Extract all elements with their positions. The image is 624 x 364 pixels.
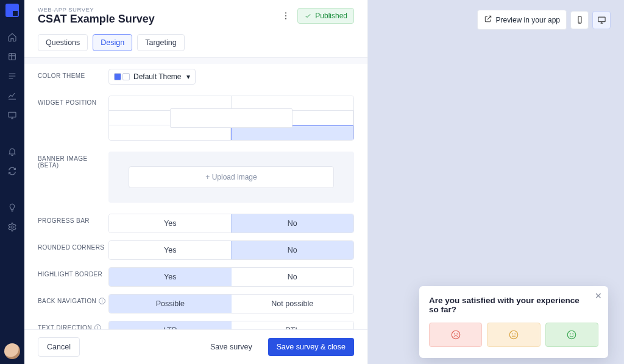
info-icon[interactable]: i: [99, 298, 105, 304]
svg-point-9: [454, 334, 455, 334]
editor-panel: WEB-APP SURVEY CSAT Example Survey Publi…: [24, 0, 368, 364]
rounded-corners-no[interactable]: No: [231, 240, 355, 260]
home-icon[interactable]: [7, 32, 18, 43]
svg-point-13: [515, 334, 516, 334]
highlight-border-label: HIGHLIGHT BORDER: [38, 267, 108, 278]
rounded-corners-label: ROUNDED CORNERS: [38, 240, 108, 251]
save-button[interactable]: Save survey: [202, 338, 261, 356]
highlight-border-toggle: Yes No: [108, 267, 354, 287]
check-icon: [304, 12, 311, 19]
svg-point-3: [285, 12, 286, 13]
settings-icon[interactable]: [7, 222, 18, 233]
external-link-icon: [484, 15, 492, 25]
svg-point-4: [285, 15, 286, 16]
present-icon[interactable]: [7, 110, 18, 121]
back-nav-yes[interactable]: Possible: [108, 294, 232, 313]
svg-point-16: [573, 334, 573, 334]
surveys-icon[interactable]: [7, 51, 18, 62]
svg-point-15: [570, 334, 571, 334]
chevron-down-icon: ▾: [186, 72, 190, 81]
tabs: Questions Design Targeting: [24, 26, 367, 58]
survey-title: CSAT Example Survey: [38, 13, 155, 26]
idea-icon[interactable]: [7, 202, 18, 213]
survey-question: Are you satisfied with your experience s…: [429, 296, 598, 314]
preview-pane: Preview in your app ✕ Are you satisfied …: [368, 0, 624, 364]
design-form: COLOR THEME Default Theme ▾ WIDGET POSIT…: [24, 58, 367, 329]
bell-icon[interactable]: [7, 146, 18, 157]
info-icon[interactable]: i: [94, 324, 101, 329]
status-badge: Published: [297, 8, 354, 24]
banner-upload-area: + Upload image: [108, 152, 354, 203]
back-nav-toggle: Possible Not possible: [108, 294, 354, 313]
svg-point-2: [11, 226, 13, 228]
highlight-border-no[interactable]: No: [232, 268, 354, 286]
progress-bar-label: PROGRESS BAR: [38, 214, 108, 224]
text-dir-label: TEXT DIRECTIONi: [38, 321, 108, 329]
svg-point-14: [568, 331, 576, 339]
meh-icon: [508, 329, 519, 340]
banner-image-label: BANNER IMAGE (BETA): [38, 152, 108, 169]
color-theme-label: COLOR THEME: [38, 69, 108, 79]
text-dir-ltr[interactable]: LTR: [108, 321, 232, 329]
more-menu-icon[interactable]: [280, 10, 291, 21]
tab-design[interactable]: Design: [93, 34, 132, 51]
widget-position-grid: [108, 96, 354, 141]
color-theme-select[interactable]: Default Theme ▾: [108, 69, 196, 85]
footer: Cancel Save survey Save survey & close: [24, 329, 367, 364]
rating-options: [429, 323, 598, 347]
pos-center[interactable]: [170, 108, 292, 128]
cancel-button[interactable]: Cancel: [38, 337, 80, 357]
rounded-corners-toggle: Yes No: [108, 240, 354, 260]
progress-bar-toggle: Yes No: [108, 214, 354, 233]
analytics-icon[interactable]: [7, 90, 18, 101]
svg-point-5: [285, 18, 286, 19]
progress-bar-no[interactable]: No: [231, 214, 355, 233]
device-mobile-button[interactable]: [570, 11, 589, 29]
back-nav-no[interactable]: Not possible: [232, 295, 354, 313]
preview-controls: Preview in your app: [477, 10, 611, 30]
text-dir-toggle: LTR RTL: [108, 321, 354, 329]
highlight-border-yes[interactable]: Yes: [108, 267, 232, 287]
svg-point-8: [452, 331, 460, 339]
swatch-icon: [114, 73, 130, 80]
save-close-button[interactable]: Save survey & close: [268, 338, 354, 356]
app-logo[interactable]: [5, 4, 19, 17]
list-icon[interactable]: [7, 71, 18, 82]
rating-unhappy[interactable]: [429, 323, 482, 347]
rating-neutral[interactable]: [487, 323, 540, 347]
rating-happy[interactable]: [545, 323, 598, 347]
smile-icon: [566, 329, 577, 340]
progress-bar-yes[interactable]: Yes: [109, 214, 232, 233]
svg-point-10: [457, 334, 458, 334]
svg-rect-7: [598, 17, 604, 22]
avatar[interactable]: [4, 343, 20, 359]
svg-point-12: [512, 334, 512, 334]
survey-preview-widget: ✕ Are you satisfied with your experience…: [419, 286, 608, 358]
survey-super: WEB-APP SURVEY: [38, 6, 155, 13]
text-dir-rtl[interactable]: RTL: [232, 321, 354, 329]
svg-rect-0: [9, 54, 16, 60]
upload-image-button[interactable]: + Upload image: [129, 166, 334, 188]
close-icon[interactable]: ✕: [595, 291, 602, 301]
frown-icon: [450, 329, 461, 340]
tab-targeting[interactable]: Targeting: [137, 34, 184, 51]
left-nav: [0, 0, 24, 364]
back-nav-label: BACK NAVIGATIONi: [38, 294, 108, 304]
preview-in-app-button[interactable]: Preview in your app: [477, 10, 567, 30]
rounded-corners-yes[interactable]: Yes: [109, 241, 232, 259]
tab-questions[interactable]: Questions: [38, 34, 88, 51]
widget-position-label: WIDGET POSITION: [38, 96, 108, 106]
device-desktop-button[interactable]: [592, 11, 611, 29]
svg-rect-1: [9, 112, 16, 117]
svg-point-11: [509, 331, 518, 339]
plus-icon: +: [205, 173, 210, 181]
refresh-icon[interactable]: [7, 166, 18, 177]
